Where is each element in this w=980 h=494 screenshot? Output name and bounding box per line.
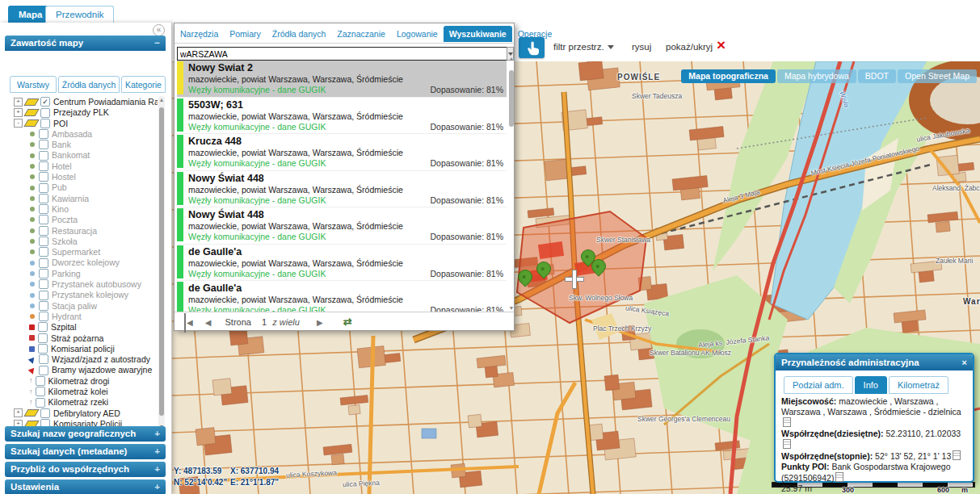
tab-zrodla-danych[interactable]: Źródła danych [58, 76, 120, 93]
expand-icon[interactable]: + [154, 426, 160, 442]
accordion-przybli-do-wsp-rz-dnych[interactable]: Przybliż do współrzędnych+ [5, 462, 166, 477]
copy-icon[interactable] [783, 439, 791, 449]
tree-expander-icon[interactable]: + [14, 98, 23, 107]
layer-checkbox[interactable] [39, 140, 48, 149]
scroll-up-icon[interactable]: ▲ [158, 97, 165, 103]
layer-checkbox[interactable] [39, 269, 48, 278]
layer-checkbox[interactable] [39, 291, 48, 300]
tree-expander-icon[interactable]: - [14, 119, 23, 128]
copy-icon[interactable] [835, 472, 843, 482]
search-input[interactable] [178, 48, 507, 60]
info-tab-info[interactable]: Info [855, 376, 887, 394]
tab-przewodnik[interactable]: Przewodnik [45, 6, 114, 23]
layer-checkbox[interactable] [38, 322, 48, 332]
layer-tree-item[interactable]: Supermarket [6, 246, 158, 257]
search-result-row[interactable]: de Gaulle'amazowieckie, powiat Warszawa,… [177, 245, 507, 282]
layer-tree-item[interactable]: Straż pożarna [6, 333, 158, 343]
layer-tree-item[interactable]: Przystanek autobusowy [6, 278, 158, 289]
expand-icon[interactable]: + [154, 444, 160, 459]
basemap-button-mapa-topograficzna[interactable]: Mapa topograficzna [681, 69, 776, 83]
layer-checkbox[interactable] [39, 354, 48, 364]
layer-tree-item[interactable]: Hostel [6, 171, 158, 182]
layer-tree-item[interactable]: +Przejazdy PLK [6, 107, 158, 117]
info-tab-podzia-adm-[interactable]: Podział adm. [784, 376, 853, 394]
layer-tree-item[interactable]: Ambasada [6, 128, 158, 139]
search-result-row[interactable]: Krucza 448mazowieckie, powiat Warszawa, … [177, 134, 507, 171]
clear-filter-button[interactable]: × [717, 36, 726, 54]
layer-checkbox[interactable] [38, 344, 48, 354]
refresh-icon[interactable]: ⇄ [343, 316, 352, 328]
layer-tree-item[interactable]: Kino [6, 203, 158, 214]
layer-checkbox[interactable] [39, 151, 48, 161]
scroll-down-icon[interactable]: ▼ [508, 305, 515, 311]
layer-checkbox[interactable]: ✓ [40, 97, 50, 107]
tree-expander-icon[interactable]: + [14, 108, 23, 117]
results-scrollbar[interactable]: ▲ ▼ [508, 62, 515, 311]
menu-item-pomiary[interactable]: Pomiary [224, 26, 267, 42]
menu-item-wyszukiwanie[interactable]: Wyszukiwanie [444, 26, 512, 42]
search-result-row[interactable]: Nowy Swiat 2mazowieckie, powiat Warszawa… [177, 61, 507, 98]
draw-button[interactable]: rysuj [632, 42, 651, 52]
layer-tree-item[interactable]: Dworzec kolejowy [6, 257, 158, 267]
show-hide-button[interactable]: pokaż/ukryj [666, 42, 713, 52]
layer-checkbox[interactable] [36, 376, 45, 386]
map-content-header[interactable]: Zawartość mapy − [5, 36, 166, 51]
layer-checkbox[interactable] [39, 129, 48, 139]
sidebar-collapse-icon[interactable]: « [153, 24, 165, 36]
layer-tree-item[interactable]: Bank [6, 139, 158, 149]
expand-icon[interactable]: + [154, 462, 160, 477]
layer-checkbox[interactable] [40, 119, 50, 128]
close-icon[interactable]: × [961, 354, 967, 370]
layer-checkbox[interactable] [36, 387, 45, 396]
layer-checkbox[interactable] [39, 312, 48, 321]
menu-item-zaznaczanie[interactable]: Zaznaczanie [331, 26, 391, 42]
scroll-up-icon[interactable]: ▲ [508, 56, 515, 61]
layer-tree-item[interactable]: Komisariat policji [6, 343, 158, 354]
layer-tree-item[interactable]: ↑Kilometraż rzeki [6, 396, 158, 407]
layer-tree-item[interactable]: Hydrant [6, 311, 158, 321]
layer-checkbox[interactable] [40, 108, 50, 118]
layer-checkbox[interactable] [39, 258, 48, 268]
layer-checkbox[interactable] [40, 408, 50, 418]
menu-item-logowanie[interactable]: Logowanie [391, 26, 444, 42]
page-number[interactable]: 1 [262, 317, 267, 327]
search-result-row[interactable]: Nowy Świat 448mazowieckie, powiat Warsza… [177, 171, 507, 208]
tab-kategorie[interactable]: Kategorie [121, 76, 166, 93]
menu-item-operacje[interactable]: Operacje [512, 26, 558, 42]
layer-tree-item[interactable]: Kawiarnia [6, 193, 158, 203]
copy-icon[interactable] [953, 450, 961, 460]
layer-tree-item[interactable]: Pub [6, 182, 158, 192]
search-result-row[interactable]: Nowy Świat 448mazowieckie, powiat Warsza… [177, 207, 507, 245]
info-tab-kilometra-[interactable]: Kilometraż [889, 376, 948, 394]
menu-item-narz-dzia[interactable]: Narzędzia [175, 26, 224, 42]
layer-checkbox[interactable] [38, 333, 48, 343]
search-result-row[interactable]: 5503W; 631mazowieckie, powiat Warszawa, … [177, 98, 507, 135]
layer-checkbox[interactable] [39, 226, 48, 236]
admin-info-header[interactable]: Przynależność administracyjna × [776, 354, 973, 370]
layer-checkbox[interactable] [39, 366, 48, 375]
layer-checkbox[interactable] [39, 237, 48, 246]
layer-tree-item[interactable]: +✓Centrum Powiadamiania Ratunkow [6, 96, 158, 107]
layer-tree-item[interactable]: Szpital [6, 321, 158, 332]
layer-checkbox[interactable] [39, 183, 48, 193]
layer-checkbox[interactable] [39, 215, 48, 224]
spatial-filter-menu[interactable]: filtr przestrz. [553, 42, 614, 52]
layer-checkbox[interactable] [39, 172, 48, 182]
basemap-button-mapa-hybrydowa[interactable]: Mapa hybrydowa [777, 69, 856, 83]
layer-tree-item[interactable]: Bramy wjazdowe awaryjne [6, 364, 158, 375]
layer-tree-item[interactable]: Wzjazd/zjazd z autostrady [6, 354, 158, 364]
expand-icon[interactable]: + [154, 479, 160, 494]
layer-checkbox[interactable] [39, 279, 48, 289]
layer-tree-item[interactable]: Parking [6, 268, 158, 278]
search-result-row[interactable]: de Gaulle'amazowieckie, powiat Warszawa,… [177, 281, 507, 312]
accordion-szukaj-danych-metadane-[interactable]: Szukaj danych (metadane)+ [5, 444, 166, 459]
prev-page-icon[interactable]: ◀ [205, 313, 212, 333]
layer-checkbox[interactable] [36, 398, 45, 408]
tree-vertical-scrollbar[interactable]: ▲ ▼ [158, 96, 165, 430]
layer-tree-item[interactable]: Przystanek kolejowy [6, 289, 158, 299]
layer-tree-item[interactable]: -POI [6, 118, 158, 128]
layer-checkbox[interactable] [39, 204, 48, 214]
tree-expander-icon[interactable]: + [14, 408, 23, 417]
layer-tree-item[interactable]: Szkoła [6, 236, 158, 246]
basemap-button-open-street-map[interactable]: Open Street Map [898, 69, 977, 83]
